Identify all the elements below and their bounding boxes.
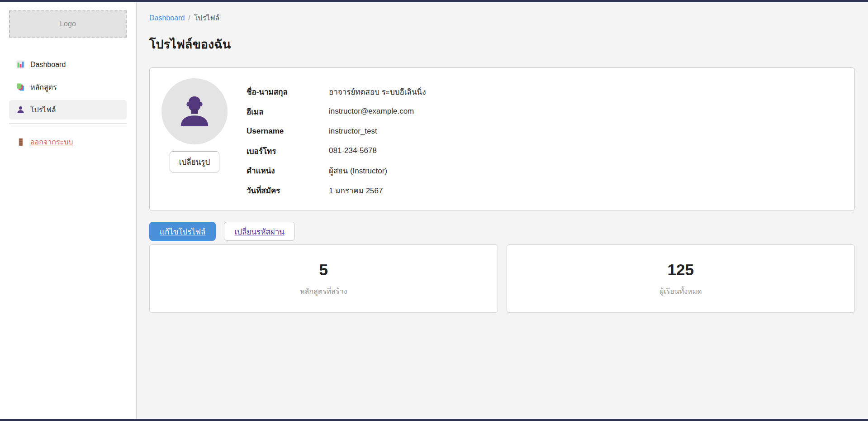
logout-link[interactable]: ออกจากระบบ xyxy=(16,136,73,148)
logo-placeholder: Logo xyxy=(9,10,127,38)
stat-value: 125 xyxy=(668,261,694,279)
logo-label: Logo xyxy=(60,20,76,28)
sidebar: Logo Dashboard หลักสูตร โปรไฟล์ xyxy=(0,2,137,419)
avatar xyxy=(161,78,228,144)
sidebar-divider xyxy=(9,123,127,124)
field-label: Username xyxy=(247,127,329,136)
change-photo-button[interactable]: เปลี่ยนรูป xyxy=(170,151,220,172)
person-icon xyxy=(16,105,25,114)
breadcrumb-separator: / xyxy=(188,14,190,22)
stats-row: 5 หลักสูตรที่สร้าง 125 ผู้เรียนทั้งหมด xyxy=(149,244,855,313)
sidebar-item-label: Dashboard xyxy=(30,61,66,69)
main-content: Dashboard / โปรไฟล์ โปรไฟล์ของฉัน เปลี่ย… xyxy=(137,2,868,419)
change-password-button[interactable]: เปลี่ยนรหัสผ่าน xyxy=(224,222,294,241)
sidebar-item-profile[interactable]: โปรไฟล์ xyxy=(9,100,127,120)
field-row-username: Username instructor_test xyxy=(247,121,426,141)
sidebar-nav: Dashboard หลักสูตร โปรไฟล์ xyxy=(9,55,127,120)
field-value: อาจารย์ทดสอบ ระบบอีเลินนิ่ง xyxy=(329,86,426,98)
bottom-accent-bar xyxy=(0,419,868,421)
door-icon xyxy=(16,138,25,146)
field-label: วันที่สมัคร xyxy=(247,184,329,196)
breadcrumb-dashboard-link[interactable]: Dashboard xyxy=(149,14,185,22)
actions-row: แก้ไขโปรไฟล์ เปลี่ยนรหัสผ่าน xyxy=(149,222,855,241)
page-layout: Logo Dashboard หลักสูตร โปรไฟล์ xyxy=(0,2,868,419)
edit-profile-button[interactable]: แก้ไขโปรไฟล์ xyxy=(149,222,216,241)
field-value: ผู้สอน (Instructor) xyxy=(329,164,426,177)
sidebar-item-dashboard[interactable]: Dashboard xyxy=(9,55,127,74)
field-row-phone: เบอร์โทร 081-234-5678 xyxy=(247,141,426,161)
field-label: อีเมล xyxy=(247,105,329,118)
field-label: ชื่อ-นามสกุล xyxy=(247,86,329,98)
field-label: ตำแหน่ง xyxy=(247,164,329,177)
bar-chart-icon xyxy=(16,60,25,69)
field-value: instructor@example.com xyxy=(329,107,426,116)
stat-label: หลักสูตรที่สร้าง xyxy=(300,286,347,297)
stat-label: ผู้เรียนทั้งหมด xyxy=(659,286,702,297)
books-icon xyxy=(16,83,25,91)
avatar-column: เปลี่ยนรูป xyxy=(161,78,228,200)
stat-value: 5 xyxy=(319,261,328,279)
field-value: 1 มกราคม 2567 xyxy=(329,184,426,196)
field-row-register-date: วันที่สมัคร 1 มกราคม 2567 xyxy=(247,181,426,201)
page-title: โปรไฟล์ของฉัน xyxy=(149,34,855,54)
field-row-name: ชื่อ-นามสกุล อาจารย์ทดสอบ ระบบอีเลินนิ่ง xyxy=(247,82,426,102)
sidebar-item-courses[interactable]: หลักสูตร xyxy=(9,77,127,97)
breadcrumb: Dashboard / โปรไฟล์ xyxy=(149,12,855,24)
field-row-email: อีเมล instructor@example.com xyxy=(247,102,426,122)
profile-fields: ชื่อ-นามสกุล อาจารย์ทดสอบ ระบบอีเลินนิ่ง… xyxy=(247,78,426,200)
logout-label: ออกจากระบบ xyxy=(30,136,73,148)
field-value: instructor_test xyxy=(329,127,426,136)
field-label: เบอร์โทร xyxy=(247,145,329,157)
profile-card: เปลี่ยนรูป ชื่อ-นามสกุล อาจารย์ทดสอบ ระบ… xyxy=(149,67,855,211)
person-bust-icon xyxy=(174,91,215,132)
stat-card-total-learners: 125 ผู้เรียนทั้งหมด xyxy=(507,244,855,313)
breadcrumb-current: โปรไฟล์ xyxy=(194,12,220,24)
sidebar-item-label: หลักสูตร xyxy=(30,81,57,93)
field-value: 081-234-5678 xyxy=(329,146,426,155)
field-row-position: ตำแหน่ง ผู้สอน (Instructor) xyxy=(247,161,426,181)
sidebar-item-label: โปรไฟล์ xyxy=(30,104,56,115)
stat-card-courses-created: 5 หลักสูตรที่สร้าง xyxy=(149,244,498,313)
